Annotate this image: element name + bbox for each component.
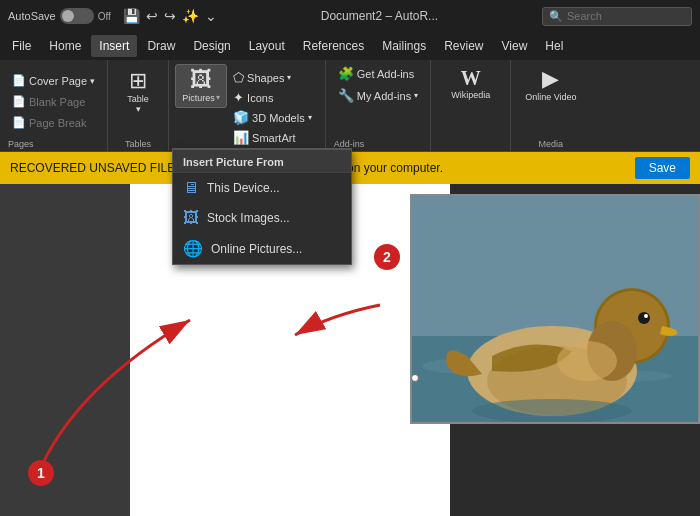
table-label: Table [127,94,149,104]
smartart-button[interactable]: 📊 SmartArt [229,128,319,147]
stock-images-item[interactable]: 🖼 Stock Images... [173,203,351,233]
svg-point-9 [644,314,648,318]
table-button[interactable]: ⊞ Table ▾ [116,64,160,118]
page-break-label: Page Break [29,117,86,129]
icons-icon: ✦ [233,90,244,105]
more-icon[interactable]: ⌄ [205,8,217,24]
annotation-1: 1 [28,460,54,486]
online-video-label: Online Video [525,92,576,102]
my-addins-arrow: ▾ [414,91,418,100]
get-addins-button[interactable]: 🧩 Get Add-ins [334,64,422,83]
3d-models-arrow: ▾ [308,113,312,122]
redo-icon[interactable]: ↪ [164,8,176,24]
pictures-button[interactable]: 🖼 Pictures ▾ [175,64,227,108]
cover-page-label: Cover Page [29,75,87,87]
shapes-button[interactable]: ⬠ Shapes ▾ [229,68,319,87]
blank-page-button[interactable]: 📄 Blank Page [8,93,99,110]
svg-point-12 [472,399,632,423]
online-pictures-item[interactable]: 🌐 Online Pictures... [173,233,351,264]
menu-file[interactable]: File [4,35,39,57]
title-bar: AutoSave Off 💾 ↩ ↪ ✨ ⌄ Document2 – AutoR… [0,0,700,32]
online-pictures-label: Online Pictures... [211,242,302,256]
this-device-icon: 🖥 [183,179,199,197]
pictures-label: Pictures [182,93,215,103]
save-button[interactable]: Save [635,157,690,179]
get-addins-label: Get Add-ins [357,68,414,80]
stock-images-icon: 🖼 [183,209,199,227]
svg-point-11 [557,341,617,381]
menu-mailings[interactable]: Mailings [374,35,434,57]
menu-insert[interactable]: Insert [91,35,137,57]
online-video-icon: ▶ [542,68,559,90]
online-video-button[interactable]: ▶ Online Video [519,64,582,106]
shapes-label: Shapes [247,72,284,84]
3d-models-icon: 🧊 [233,110,249,125]
rotate-handle[interactable]: ↻ [549,194,562,195]
shapes-arrow: ▾ [287,73,291,82]
wikipedia-label: Wikipedia [451,90,490,100]
search-input[interactable] [567,10,677,22]
smartart-label: SmartArt [252,132,295,144]
menu-view[interactable]: View [494,35,536,57]
table-icon: ⊞ [129,70,147,92]
stock-images-label: Stock Images... [207,211,290,225]
annotation-1-number: 1 [37,465,45,481]
wikipedia-button[interactable]: W Wikipedia [445,64,496,104]
media-group: ▶ Online Video Media [511,60,590,151]
my-addins-label: My Add-ins [357,90,411,102]
menu-bar: File Home Insert Draw Design Layout Refe… [0,32,700,60]
pictures-dropdown-arrow: ▾ [216,93,220,102]
annotation-2: 2 [374,244,400,270]
media-group-label: Media [539,137,564,149]
blank-page-label: Blank Page [29,96,85,108]
wikipedia-group: W Wikipedia [431,60,511,151]
autosave-toggle[interactable] [60,8,94,24]
pages-group-label: Pages [8,137,99,149]
tables-group: ⊞ Table ▾ Tables [108,60,169,151]
autosave-group: AutoSave Off [8,8,111,24]
undo-icon[interactable]: ↩ [146,8,158,24]
pictures-icon: 🖼 [190,69,212,91]
menu-design[interactable]: Design [185,35,238,57]
insert-picture-dropdown: Insert Picture From 🖥 This Device... 🖼 S… [172,148,352,265]
menu-help[interactable]: Hel [537,35,571,57]
3d-models-button[interactable]: 🧊 3D Models ▾ [229,108,319,127]
resize-handle[interactable] [411,374,419,382]
dropdown-header: Insert Picture From [173,150,351,173]
page-break-button[interactable]: 📄 Page Break [8,114,99,131]
customize-icon[interactable]: ✨ [182,8,199,24]
my-addins-button[interactable]: 🔧 My Add-ins ▾ [334,86,422,105]
autosave-state: Off [98,11,111,22]
page-break-icon: 📄 [12,116,26,129]
title-bar-icons: 💾 ↩ ↪ ✨ ⌄ [123,8,217,24]
smartart-icon: 📊 [233,130,249,145]
document-title: Document2 – AutoR... [225,9,534,23]
shapes-icon: ⬠ [233,70,244,85]
menu-home[interactable]: Home [41,35,89,57]
doc-sidebar [0,184,130,516]
search-box[interactable]: 🔍 [542,7,692,26]
svg-point-8 [638,312,650,324]
toggle-knob [62,10,74,22]
menu-review[interactable]: Review [436,35,491,57]
cover-page-icon: 📄 [12,74,26,87]
icons-button[interactable]: ✦ Icons [229,88,319,107]
tables-group-label: Tables [125,137,151,149]
search-icon: 🔍 [549,10,563,23]
pages-group: 📄 Cover Page ▾ 📄 Blank Page 📄 Page Break… [0,60,108,151]
menu-references[interactable]: References [295,35,372,57]
menu-layout[interactable]: Layout [241,35,293,57]
table-arrow: ▾ [136,104,141,114]
cover-page-button[interactable]: 📄 Cover Page ▾ [8,72,99,89]
get-addins-icon: 🧩 [338,66,354,81]
save-icon[interactable]: 💾 [123,8,140,24]
this-device-item[interactable]: 🖥 This Device... [173,173,351,203]
duck-image[interactable]: ↻ [410,194,700,424]
addins-buttons: 🧩 Get Add-ins 🔧 My Add-ins ▾ [334,64,422,137]
menu-draw[interactable]: Draw [139,35,183,57]
annotation-2-number: 2 [383,249,391,265]
autosave-label: AutoSave [8,10,56,22]
pages-buttons: 📄 Cover Page ▾ 📄 Blank Page 📄 Page Break [8,66,99,137]
cover-page-arrow: ▾ [90,76,95,86]
icons-label: Icons [247,92,273,104]
